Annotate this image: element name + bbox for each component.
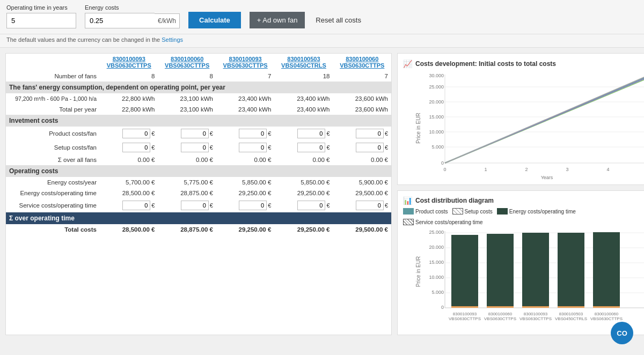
legend-setup-costs-label: Setup costs — [465, 209, 493, 215]
pc-input-2[interactable] — [181, 129, 209, 138]
sc-input-2[interactable] — [181, 143, 209, 152]
svg-text:0: 0 — [443, 167, 446, 172]
setup-costs-label: Setup costs/fan — [6, 140, 100, 154]
energy-costs-input[interactable] — [85, 13, 155, 28]
svg-text:VBS0450CTRLS: VBS0450CTRLS — [555, 316, 587, 321]
pc-input-4[interactable] — [297, 129, 325, 138]
energy-unit: €/kWh — [155, 13, 180, 28]
bar-chart-title-left: 📊 Cost distribution diagram — [403, 196, 494, 205]
eo-v5: 29,500.00 € — [333, 188, 392, 198]
right-panel: 📈 Costs development: Initial costs to to… — [392, 53, 644, 335]
total-costs-row: Total costs 28,500.00 € 28,875.00 € 29,2… — [6, 224, 391, 235]
empty-header — [6, 54, 100, 71]
operating-time-input[interactable] — [6, 13, 76, 28]
bar-3-accent — [522, 306, 549, 308]
svg-text:8300100093: 8300100093 — [524, 312, 548, 316]
bar-y-axis-label: Price in EUR — [415, 256, 421, 287]
service-operating-swatch — [403, 219, 414, 225]
so-input-5[interactable] — [356, 201, 384, 210]
add-fan-button[interactable]: + Ad own fan — [250, 12, 305, 28]
legend-product-costs: Product costs — [403, 208, 448, 215]
num-fans-v3: 7 — [216, 71, 274, 82]
energy-row-label: 97,200 m³/h - 600 Pa - 1,000 h/a — [6, 93, 100, 104]
line-chart-box: 📈 Costs development: Initial costs to to… — [397, 53, 644, 185]
col-link-2[interactable]: 8300100060VBS0630CTTPS — [161, 56, 213, 69]
energy-year-row: Energy costs/year 5,700.00 € 5,775.00 € … — [6, 177, 391, 188]
legend-energy-operating: Energy costs/operating time — [497, 208, 576, 215]
pc-input-3[interactable] — [239, 129, 267, 138]
bar-4 — [558, 233, 584, 308]
settings-link[interactable]: Settings — [162, 36, 183, 43]
product-costs-swatch — [403, 208, 414, 215]
pc-input-1[interactable] — [122, 129, 150, 138]
sum-fans-row: Σ over all fans 0.00 € 0.00 € 0.00 € 0.0… — [6, 154, 391, 165]
investment-section-row: Invetment costs — [6, 115, 391, 127]
reset-button[interactable]: Reset all costs — [313, 12, 363, 28]
tc-v1: 28,500.00 € — [100, 224, 158, 235]
num-fans-label: Number of fans — [6, 71, 100, 82]
sc-v2: € — [158, 140, 216, 154]
product-costs-row: Product costs/fan € € € € € — [6, 127, 391, 140]
total-year-row: Total per year 22,800 kWh 23,100 kWh 23,… — [6, 104, 391, 115]
sf-v5: 0.00 € — [333, 154, 392, 165]
col-link-5[interactable]: 8300100060VBS0630CTTPS — [336, 56, 389, 69]
svg-text:2: 2 — [525, 167, 528, 172]
svg-text:0: 0 — [441, 160, 444, 166]
sum-fans-label: Σ over all fans — [6, 154, 100, 165]
line-chart-title-bar: 📈 Costs development: Initial costs to to… — [403, 59, 644, 69]
ey-v4: 5,850.00 € — [274, 177, 333, 188]
svg-text:0: 0 — [441, 305, 444, 310]
col-link-4[interactable]: 8300100503VBS0450CTRLS — [277, 56, 330, 69]
operating-section-row: Operating costs — [6, 165, 391, 177]
sc-input-1[interactable] — [122, 143, 150, 152]
so-input-2[interactable] — [181, 201, 209, 210]
sc-input-4[interactable] — [297, 143, 325, 152]
svg-text:25.000: 25.000 — [429, 84, 444, 90]
sf-v1: 0.00 € — [100, 154, 158, 165]
line-chart-container: Price in EUR 0 5.000 10 — [403, 72, 644, 184]
sc-input-3[interactable] — [239, 143, 267, 152]
table-panel: 8300100093VBS0630CTTPS 8300100060VBS0630… — [5, 53, 392, 335]
svg-text:5.000: 5.000 — [431, 144, 444, 150]
energy-year-label: Energy costs/year — [6, 177, 100, 188]
col-link-1[interactable]: 8300100093VBS0630CTTPS — [103, 56, 155, 69]
energy-v5: 23,600 kWh — [333, 93, 392, 104]
legend-setup-costs: Setup costs — [452, 208, 493, 215]
num-fans-v5: 7 — [333, 71, 392, 82]
svg-text:3: 3 — [566, 167, 568, 172]
legend-product-costs-label: Product costs — [415, 209, 448, 215]
legend-energy-operating-label: Energy costs/operating time — [509, 209, 576, 215]
svg-text:8300100060: 8300100060 — [595, 312, 619, 316]
bar-2 — [487, 234, 514, 308]
svg-text:8300100093: 8300100093 — [453, 312, 477, 316]
bar-5 — [593, 232, 620, 308]
eo-v3: 29,250.00 € — [216, 188, 274, 198]
sf-v4: 0.00 € — [274, 154, 333, 165]
tc-v5: 29,500.00 € — [333, 224, 392, 235]
bar-chart-icon: 📊 — [403, 196, 412, 205]
svg-text:8300100503: 8300100503 — [559, 312, 583, 316]
so-input-1[interactable] — [122, 201, 150, 210]
num-fans-v4: 18 — [274, 71, 333, 82]
num-fans-v2: 8 — [158, 71, 216, 82]
settings-note: The default values and the currency can … — [6, 36, 160, 43]
svg-text:4: 4 — [606, 167, 609, 172]
bar-chart-title-bar: 📊 Cost distribution diagram — [403, 196, 644, 205]
svg-line-25 — [445, 75, 644, 163]
line-chart-title-left: 📈 Costs development: Initial costs to to… — [403, 60, 556, 68]
col-header-2: 8300100060VBS0630CTTPS — [158, 54, 216, 71]
investment-section-header: Invetment costs — [6, 115, 391, 127]
sc-input-5[interactable] — [356, 143, 384, 152]
tc-v2: 28,875.00 € — [158, 224, 216, 235]
co-fab-button[interactable]: CO — [611, 322, 633, 341]
operating-section-header: Operating costs — [6, 165, 391, 177]
pc-input-5[interactable] — [356, 129, 384, 138]
col-link-3[interactable]: 8300100093VBS0630CTTPS — [219, 56, 271, 69]
so-input-3[interactable] — [239, 201, 267, 210]
calculate-button[interactable]: Calculate — [188, 12, 241, 28]
energy-costs-group: Energy costs €/kWh — [85, 4, 180, 28]
so-input-4[interactable] — [297, 201, 325, 210]
energy-section-row: The fans' energy consumption, dependent … — [6, 82, 391, 93]
cost-table: 8300100093VBS0630CTTPS 8300100060VBS0630… — [6, 54, 391, 235]
bar-chart-container: Price in EUR 0 5.000 10.000 15.000 20.00… — [403, 228, 644, 329]
